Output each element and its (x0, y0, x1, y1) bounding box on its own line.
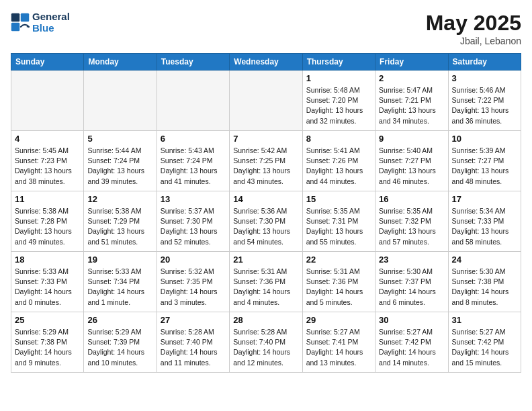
day-number: 30 (379, 315, 444, 325)
weekday-header-monday: Monday (84, 54, 157, 71)
day-info: Sunrise: 5:28 AM Sunset: 7:40 PM Dayligh… (161, 327, 226, 368)
calendar-cell: 25Sunrise: 5:29 AM Sunset: 7:38 PM Dayli… (11, 312, 84, 373)
calendar-cell: 29Sunrise: 5:27 AM Sunset: 7:41 PM Dayli… (302, 312, 375, 373)
month-year: May 2025 (426, 11, 521, 36)
calendar-cell: 3Sunrise: 5:46 AM Sunset: 7:22 PM Daylig… (448, 71, 521, 131)
calendar-cell: 15Sunrise: 5:35 AM Sunset: 7:31 PM Dayli… (302, 191, 375, 252)
day-number: 28 (233, 315, 298, 325)
day-number: 24 (452, 255, 517, 265)
calendar-cell: 2Sunrise: 5:47 AM Sunset: 7:21 PM Daylig… (375, 71, 448, 131)
day-info: Sunrise: 5:35 AM Sunset: 7:32 PM Dayligh… (379, 206, 444, 247)
calendar-cell: 19Sunrise: 5:33 AM Sunset: 7:34 PM Dayli… (84, 252, 157, 312)
page-header: General Blue May 2025 Jbail, Lebanon (11, 11, 521, 46)
day-info: Sunrise: 5:36 AM Sunset: 7:30 PM Dayligh… (233, 206, 298, 247)
day-info: Sunrise: 5:32 AM Sunset: 7:35 PM Dayligh… (161, 267, 226, 308)
day-info: Sunrise: 5:28 AM Sunset: 7:40 PM Dayligh… (233, 327, 298, 368)
day-number: 7 (233, 134, 298, 144)
weekday-header-saturday: Saturday (448, 54, 521, 71)
calendar-cell: 4Sunrise: 5:45 AM Sunset: 7:23 PM Daylig… (11, 131, 84, 191)
day-info: Sunrise: 5:35 AM Sunset: 7:31 PM Dayligh… (306, 206, 371, 247)
calendar-cell (157, 71, 229, 131)
day-info: Sunrise: 5:41 AM Sunset: 7:26 PM Dayligh… (306, 146, 371, 187)
day-number: 31 (452, 315, 517, 325)
logo-text-blue: Blue (32, 22, 70, 34)
week-row-4: 18Sunrise: 5:33 AM Sunset: 7:33 PM Dayli… (11, 252, 521, 312)
day-info: Sunrise: 5:31 AM Sunset: 7:36 PM Dayligh… (306, 267, 371, 308)
title-block: May 2025 Jbail, Lebanon (426, 11, 521, 46)
calendar-cell: 26Sunrise: 5:29 AM Sunset: 7:39 PM Dayli… (84, 312, 157, 373)
day-number: 4 (15, 134, 80, 144)
day-number: 3 (452, 73, 517, 83)
day-info: Sunrise: 5:29 AM Sunset: 7:39 PM Dayligh… (87, 327, 152, 368)
calendar-cell: 13Sunrise: 5:37 AM Sunset: 7:30 PM Dayli… (157, 191, 229, 252)
day-number: 22 (306, 255, 371, 265)
day-info: Sunrise: 5:38 AM Sunset: 7:29 PM Dayligh… (87, 206, 152, 247)
day-info: Sunrise: 5:34 AM Sunset: 7:33 PM Dayligh… (452, 206, 517, 247)
weekday-header-thursday: Thursday (302, 54, 375, 71)
calendar-cell: 18Sunrise: 5:33 AM Sunset: 7:33 PM Dayli… (11, 252, 84, 312)
day-info: Sunrise: 5:48 AM Sunset: 7:20 PM Dayligh… (306, 85, 371, 126)
day-number: 5 (87, 134, 152, 144)
day-number: 23 (379, 255, 444, 265)
day-info: Sunrise: 5:27 AM Sunset: 7:42 PM Dayligh… (452, 327, 517, 368)
svg-rect-3 (11, 23, 19, 31)
day-number: 26 (87, 315, 152, 325)
calendar-cell: 21Sunrise: 5:31 AM Sunset: 7:36 PM Dayli… (230, 252, 302, 312)
day-number: 12 (87, 194, 152, 204)
week-row-5: 25Sunrise: 5:29 AM Sunset: 7:38 PM Dayli… (11, 312, 521, 373)
day-info: Sunrise: 5:44 AM Sunset: 7:24 PM Dayligh… (87, 146, 152, 187)
day-number: 29 (306, 315, 371, 325)
logo-icon (11, 13, 30, 32)
day-number: 16 (379, 194, 444, 204)
day-info: Sunrise: 5:29 AM Sunset: 7:38 PM Dayligh… (15, 327, 80, 368)
day-number: 15 (306, 194, 371, 204)
day-number: 6 (161, 134, 226, 144)
day-info: Sunrise: 5:30 AM Sunset: 7:37 PM Dayligh… (379, 267, 444, 308)
weekday-header-tuesday: Tuesday (157, 54, 229, 71)
day-info: Sunrise: 5:43 AM Sunset: 7:24 PM Dayligh… (161, 146, 226, 187)
logo: General Blue (11, 11, 70, 34)
location: Jbail, Lebanon (426, 36, 521, 46)
calendar-table: SundayMondayTuesdayWednesdayThursdayFrid… (11, 53, 521, 373)
weekday-header-friday: Friday (375, 54, 448, 71)
calendar-cell: 16Sunrise: 5:35 AM Sunset: 7:32 PM Dayli… (375, 191, 448, 252)
calendar-cell: 7Sunrise: 5:42 AM Sunset: 7:25 PM Daylig… (230, 131, 302, 191)
day-info: Sunrise: 5:27 AM Sunset: 7:41 PM Dayligh… (306, 327, 371, 368)
logo-text-general: General (32, 11, 70, 22)
day-number: 18 (15, 255, 80, 265)
day-number: 2 (379, 73, 444, 83)
calendar-cell (11, 71, 84, 131)
calendar-cell: 28Sunrise: 5:28 AM Sunset: 7:40 PM Dayli… (230, 312, 302, 373)
week-row-1: 1Sunrise: 5:48 AM Sunset: 7:20 PM Daylig… (11, 71, 521, 131)
weekday-header-row: SundayMondayTuesdayWednesdayThursdayFrid… (11, 54, 521, 71)
calendar-cell: 1Sunrise: 5:48 AM Sunset: 7:20 PM Daylig… (302, 71, 375, 131)
calendar-cell: 8Sunrise: 5:41 AM Sunset: 7:26 PM Daylig… (302, 131, 375, 191)
day-number: 1 (306, 73, 371, 83)
day-number: 13 (161, 194, 226, 204)
week-row-2: 4Sunrise: 5:45 AM Sunset: 7:23 PM Daylig… (11, 131, 521, 191)
svg-rect-2 (21, 13, 29, 21)
day-info: Sunrise: 5:31 AM Sunset: 7:36 PM Dayligh… (233, 267, 298, 308)
calendar-cell: 22Sunrise: 5:31 AM Sunset: 7:36 PM Dayli… (302, 252, 375, 312)
calendar-cell: 23Sunrise: 5:30 AM Sunset: 7:37 PM Dayli… (375, 252, 448, 312)
day-info: Sunrise: 5:33 AM Sunset: 7:33 PM Dayligh… (15, 267, 80, 308)
day-info: Sunrise: 5:45 AM Sunset: 7:23 PM Dayligh… (15, 146, 80, 187)
day-number: 17 (452, 194, 517, 204)
calendar-cell: 6Sunrise: 5:43 AM Sunset: 7:24 PM Daylig… (157, 131, 229, 191)
day-info: Sunrise: 5:27 AM Sunset: 7:42 PM Dayligh… (379, 327, 444, 368)
day-info: Sunrise: 5:46 AM Sunset: 7:22 PM Dayligh… (452, 85, 517, 126)
day-info: Sunrise: 5:33 AM Sunset: 7:34 PM Dayligh… (87, 267, 152, 308)
calendar-cell: 27Sunrise: 5:28 AM Sunset: 7:40 PM Dayli… (157, 312, 229, 373)
day-number: 19 (87, 255, 152, 265)
day-number: 11 (15, 194, 80, 204)
weekday-header-wednesday: Wednesday (230, 54, 302, 71)
day-number: 9 (379, 134, 444, 144)
day-number: 10 (452, 134, 517, 144)
calendar-cell: 20Sunrise: 5:32 AM Sunset: 7:35 PM Dayli… (157, 252, 229, 312)
week-row-3: 11Sunrise: 5:38 AM Sunset: 7:28 PM Dayli… (11, 191, 521, 252)
day-number: 20 (161, 255, 226, 265)
day-number: 21 (233, 255, 298, 265)
calendar-cell: 17Sunrise: 5:34 AM Sunset: 7:33 PM Dayli… (448, 191, 521, 252)
day-info: Sunrise: 5:42 AM Sunset: 7:25 PM Dayligh… (233, 146, 298, 187)
calendar-cell (84, 71, 157, 131)
